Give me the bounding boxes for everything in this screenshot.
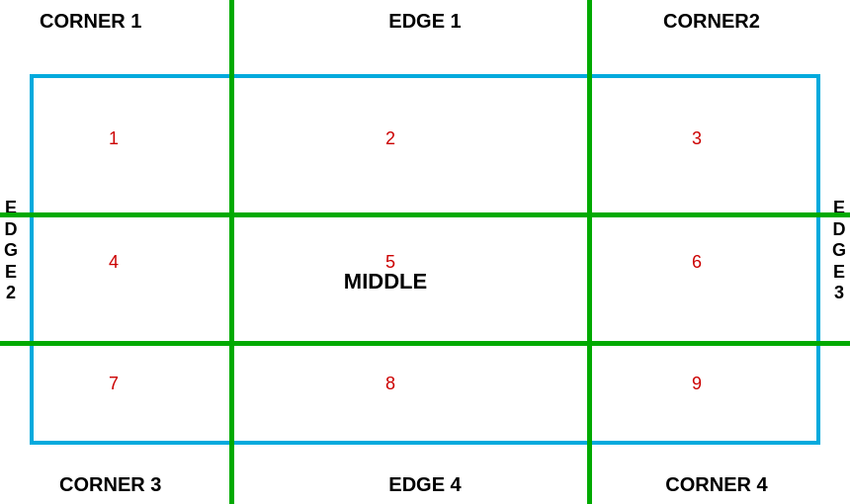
label-edge4: EDGE 4 (287, 473, 563, 496)
blue-box (30, 74, 820, 445)
label-corner3: CORNER 3 (59, 473, 161, 496)
green-line-h2 (0, 341, 850, 346)
label-corner1: CORNER 1 (40, 10, 141, 33)
label-corner2: CORNER2 (623, 10, 801, 33)
green-line-v1 (229, 0, 234, 504)
label-corner4: CORNER 4 (623, 473, 810, 496)
green-line-h1 (0, 212, 850, 217)
green-line-v2 (587, 0, 592, 504)
diagram-container: CORNER 1 EDGE 1 CORNER2 E D G E 2 E D G … (0, 0, 850, 504)
label-edge1: EDGE 1 (287, 10, 563, 33)
